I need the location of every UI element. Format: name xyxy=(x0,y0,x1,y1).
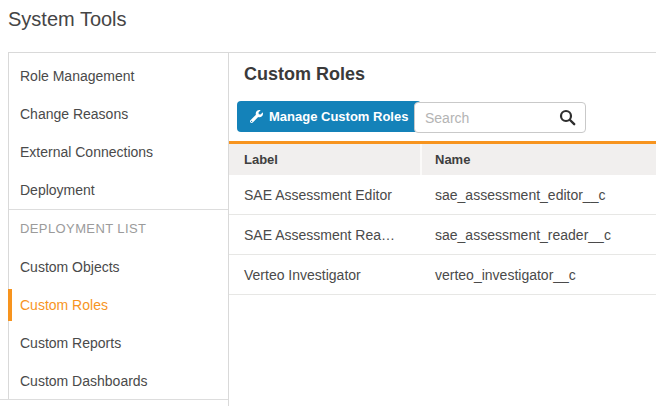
sidebar-item-custom-roles[interactable]: Custom Roles xyxy=(9,286,228,324)
panel-divider xyxy=(228,52,229,406)
sidebar-item-role-management[interactable]: Role Management xyxy=(9,57,228,95)
cell-label: Verteo Investigator xyxy=(229,267,420,283)
sidebar-bottom-border xyxy=(0,399,228,400)
sidebar: Role Management Change Reasons External … xyxy=(8,52,228,399)
table-header-row: Label Name xyxy=(229,144,656,175)
table-row[interactable]: Verteo Investigator verteo_investigator_… xyxy=(229,255,656,295)
search-box xyxy=(414,102,586,133)
column-header-label[interactable]: Label xyxy=(229,144,420,175)
search-icon[interactable] xyxy=(559,109,576,126)
table-row[interactable]: SAE Assessment Editor sae_assessment_edi… xyxy=(229,175,656,215)
sidebar-item-custom-reports[interactable]: Custom Reports xyxy=(9,324,228,362)
cell-name: verteo_investigator__c xyxy=(420,267,656,283)
cell-name: sae_assessment_editor__c xyxy=(420,187,656,203)
manage-button-label: Manage Custom Roles xyxy=(269,109,408,124)
cell-label: SAE Assessment Editor xyxy=(229,187,420,203)
main-panel: Custom Roles Manage Custom Roles Label N… xyxy=(229,52,656,406)
sidebar-item-deployment[interactable]: Deployment xyxy=(9,171,228,209)
cell-label: SAE Assessment Rea… xyxy=(229,227,420,243)
manage-custom-roles-button[interactable]: Manage Custom Roles xyxy=(237,101,421,132)
table-body: SAE Assessment Editor sae_assessment_edi… xyxy=(229,175,656,295)
sidebar-item-change-reasons[interactable]: Change Reasons xyxy=(9,95,228,133)
table-row[interactable]: SAE Assessment Rea… sae_assessment_reade… xyxy=(229,215,656,255)
sidebar-item-external-connections[interactable]: External Connections xyxy=(9,133,228,171)
sidebar-section-header: DEPLOYMENT LIST xyxy=(9,210,228,248)
wrench-icon xyxy=(250,110,263,123)
column-header-name[interactable]: Name xyxy=(420,144,656,175)
cell-name: sae_assessment_reader__c xyxy=(420,227,656,243)
sidebar-item-custom-dashboards[interactable]: Custom Dashboards xyxy=(9,362,228,400)
sidebar-item-custom-objects[interactable]: Custom Objects xyxy=(9,248,228,286)
page-title: System Tools xyxy=(8,8,127,31)
main-title: Custom Roles xyxy=(244,64,365,85)
